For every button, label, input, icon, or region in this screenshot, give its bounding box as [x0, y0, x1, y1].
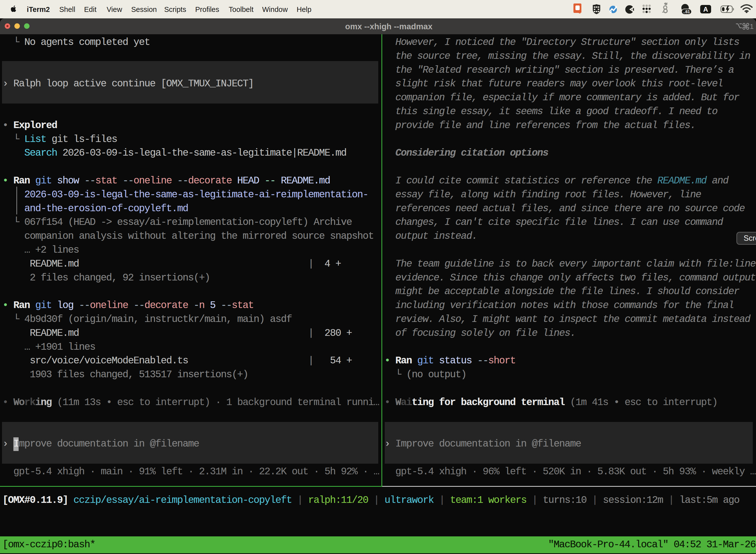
svg-text:..61: ..61 — [683, 10, 690, 14]
svg-text:1: 1 — [750, 22, 754, 30]
